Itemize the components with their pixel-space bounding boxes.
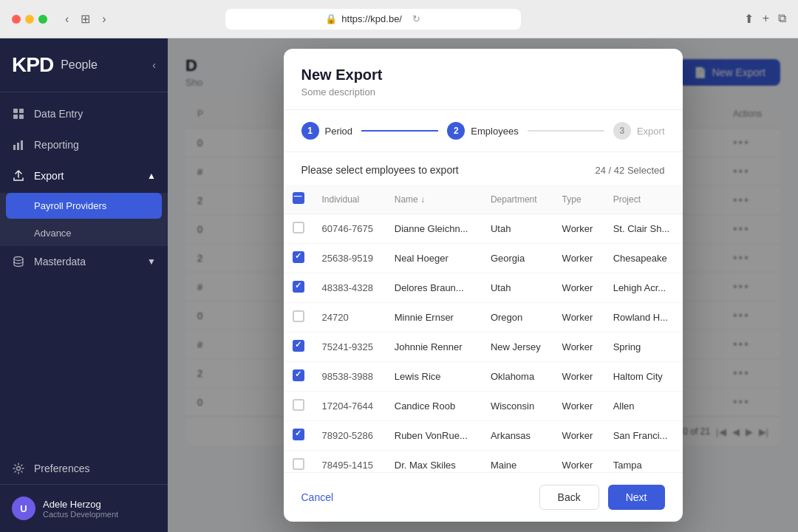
col-header-individual: Individual (313, 185, 386, 214)
back-button[interactable]: Back (539, 485, 599, 510)
database-icon (12, 255, 25, 268)
row-checkbox-cell (284, 392, 313, 421)
table-header-row: Individual Name ↓ Department (284, 185, 683, 214)
sidebar-item-data-entry[interactable]: Data Entry (0, 98, 168, 129)
svg-rect-5 (17, 143, 19, 150)
minimize-window-button[interactable] (25, 15, 34, 24)
sidebar-item-payroll-providers[interactable]: Payroll Providers (6, 193, 162, 219)
row-project-8: Tampa (604, 451, 683, 473)
row-checkbox-2[interactable] (293, 281, 304, 293)
table-row: 98538-3988 Lewis Rice Oklahoma Worker Ha… (284, 362, 683, 392)
col-header-department: Department (482, 185, 553, 214)
row-name-2: Delores Braun... (386, 273, 482, 303)
row-type-4: Worker (553, 332, 604, 362)
sidebar-item-preferences[interactable]: Preferences (0, 453, 168, 484)
modal-overlay: New Export Some description 1 Period 2 (168, 38, 798, 532)
step-employees-circle: 2 (447, 122, 465, 140)
row-checkbox-cell (284, 214, 313, 244)
sidebar-item-advance[interactable]: Advance (0, 220, 168, 246)
refresh-icon[interactable]: ↻ (412, 13, 420, 24)
row-checkbox-0[interactable] (293, 222, 304, 233)
logo-text: KPD (12, 53, 53, 77)
row-id-2: 48383-4328 (313, 273, 386, 303)
row-project-1: Chesapeake (604, 244, 683, 273)
row-type-2: Worker (553, 273, 604, 303)
sidebar: KPD People ‹ Data Entry Reporting (0, 38, 168, 532)
app-name: People (61, 58, 98, 72)
row-checkbox-6[interactable] (293, 399, 304, 411)
table-row: 24720 Minnie Ernser Oregon Worker Rowlan… (284, 303, 683, 332)
step-export: 3 Export (613, 122, 665, 140)
step-employees-label: Employees (471, 126, 518, 137)
sidebar-logo-area: KPD People ‹ (0, 38, 168, 92)
row-checkbox-4[interactable] (293, 340, 304, 352)
table-row: 75241-9325 Johnnie Renner New Jersey Wor… (284, 332, 683, 362)
copy-icon[interactable]: ⧉ (778, 12, 786, 26)
modal-footer: Cancel Back Next (284, 472, 683, 522)
step-period-circle: 1 (301, 122, 319, 140)
row-name-1: Neal Hoeger (386, 244, 482, 273)
forward-navigation-button[interactable]: › (99, 9, 109, 29)
row-dept-5: Oklahoma (482, 362, 553, 392)
svg-point-8 (17, 467, 21, 471)
row-dept-6: Wisconsin (482, 392, 553, 421)
cancel-button[interactable]: Cancel (301, 485, 334, 509)
sidebar-item-masterdata[interactable]: Masterdata ▼ (0, 246, 168, 277)
address-bar[interactable]: 🔒 https://kpd.be/ ↻ (225, 9, 521, 30)
table-row: 25638-9519 Neal Hoeger Georgia Worker Ch… (284, 244, 683, 273)
chevron-up-icon: ▲ (147, 171, 156, 181)
row-checkbox-3[interactable] (293, 310, 304, 322)
row-project-7: San Franci... (604, 421, 683, 451)
row-checkbox-7[interactable] (293, 429, 304, 440)
bar-chart-icon (12, 138, 25, 151)
col-type-label: Type (562, 194, 582, 205)
close-window-button[interactable] (12, 15, 21, 24)
row-type-8: Worker (553, 451, 604, 473)
row-checkbox-8[interactable] (293, 458, 304, 470)
row-checkbox-cell (284, 451, 313, 473)
chevron-down-icon: ▼ (147, 256, 156, 267)
sidebar-toggle-button[interactable]: ⊞ (78, 9, 93, 29)
sidebar-footer: U Adele Herzog Cactus Development (0, 484, 168, 532)
row-checkbox-5[interactable] (293, 369, 304, 381)
row-dept-8: Maine (482, 451, 553, 473)
row-project-2: Lehigh Acr... (604, 273, 683, 303)
next-button[interactable]: Next (608, 485, 665, 510)
row-id-6: 17204-7644 (313, 392, 386, 421)
new-export-modal: New Export Some description 1 Period 2 (284, 49, 683, 522)
sidebar-item-reporting[interactable]: Reporting (0, 129, 168, 160)
user-details: Adele Herzog Cactus Development (43, 499, 156, 519)
row-checkbox-1[interactable] (293, 251, 304, 263)
new-tab-icon[interactable]: + (763, 12, 769, 26)
back-navigation-button[interactable]: ‹ (62, 9, 72, 29)
export-submenu: Payroll Providers Advance (0, 193, 168, 246)
row-id-5: 98538-3988 (313, 362, 386, 392)
main-content-area: D Sho 📄 New Export P exports Last export… (168, 38, 798, 532)
sidebar-item-export[interactable]: Export ▲ (0, 160, 168, 191)
row-checkbox-cell (284, 303, 313, 332)
select-all-checkbox[interactable] (293, 192, 304, 204)
col-department-label: Department (491, 194, 537, 205)
share-icon[interactable]: ⬆ (744, 12, 754, 26)
step-export-circle: 3 (613, 122, 631, 140)
row-id-4: 75241-9325 (313, 332, 386, 362)
row-checkbox-cell (284, 421, 313, 451)
sidebar-item-masterdata-label: Masterdata (34, 256, 86, 267)
gear-icon (12, 462, 25, 475)
grid-icon (12, 107, 25, 120)
col-header-name[interactable]: Name ↓ (386, 185, 482, 214)
sidebar-collapse-button[interactable]: ‹ (152, 59, 156, 71)
svg-point-7 (14, 257, 23, 261)
maximize-window-button[interactable] (38, 15, 47, 24)
svg-rect-2 (13, 115, 18, 119)
step-employees: 2 Employees (447, 122, 518, 140)
selection-count: 24 / 42 Selected (596, 165, 665, 176)
col-name-label: Name (395, 194, 418, 205)
col-header-select-all (284, 185, 313, 214)
avatar: U (12, 497, 35, 520)
user-company: Cactus Development (43, 510, 156, 519)
row-name-6: Candice Roob (386, 392, 482, 421)
sidebar-item-payroll-providers-label: Payroll Providers (34, 200, 106, 211)
table-row: 78495-1415 Dr. Max Skiles Maine Worker T… (284, 451, 683, 473)
browser-actions: ⬆ + ⧉ (744, 12, 786, 26)
